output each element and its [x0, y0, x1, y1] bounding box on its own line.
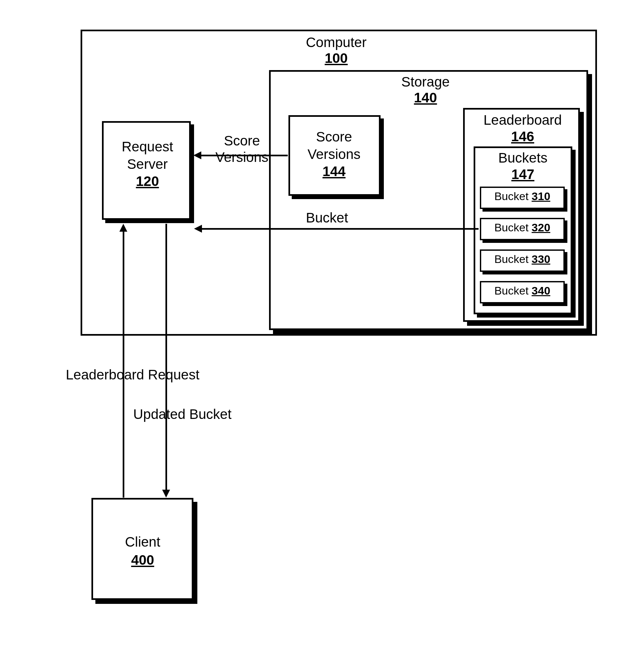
updated-bucket-head [162, 490, 170, 497]
leaderboard-request-label-text: Leaderboard Request [66, 367, 199, 382]
computer-num: 100 [325, 50, 348, 66]
score-versions-arrow-label: Score Versions [216, 132, 268, 166]
diagram-canvas: Computer 100 Storage 140 Request Server … [0, 0, 644, 671]
score-versions-arrow-label1: Score [224, 133, 260, 149]
request-server-label2: Server [127, 156, 168, 172]
client-label: Client 400 [125, 533, 160, 569]
leaderboard-request-head [119, 224, 127, 232]
client-num: 400 [131, 552, 154, 568]
score-versions-label1: Score [316, 129, 352, 144]
bucket-340-box: Bucket 340 [480, 281, 565, 303]
request-server-num: 120 [136, 174, 159, 189]
buckets-group-num: 147 [512, 166, 534, 182]
bucket-340-label: Bucket [494, 284, 529, 297]
bucket-arrow-head [194, 225, 202, 233]
bucket-arrow-label: Bucket [306, 210, 348, 226]
score-versions-arrow-label2: Versions [216, 149, 268, 165]
leaderboard-request-line [123, 231, 124, 497]
score-versions-arrow-head [193, 151, 201, 159]
bucket-310-label: Bucket [494, 190, 529, 202]
bucket-arrow-line [201, 228, 479, 230]
bucket-330-box: Bucket 330 [480, 250, 565, 272]
leaderboard-request-label: Leaderboard Request [66, 367, 199, 383]
bucket-310-box: Bucket 310 [480, 187, 565, 209]
buckets-group-label-text: Buckets [498, 150, 547, 166]
leaderboard-label-text: Leaderboard [484, 112, 562, 128]
request-server-label: Request Server 120 [122, 138, 173, 190]
updated-bucket-line [165, 224, 167, 490]
updated-bucket-label-text: Updated Bucket [133, 406, 232, 422]
updated-bucket-label: Updated Bucket [133, 406, 232, 422]
score-versions-num: 144 [323, 164, 346, 179]
bucket-320-label: Bucket [494, 221, 529, 233]
computer-label: Computer 100 [306, 35, 366, 66]
leaderboard-label: Leaderboard 146 [484, 112, 562, 145]
score-versions-label: Score Versions 144 [308, 128, 360, 180]
bucket-arrow-label-text: Bucket [306, 210, 348, 225]
score-versions-label2: Versions [308, 147, 360, 162]
bucket-320-num: 320 [531, 221, 550, 233]
bucket-320-box: Bucket 320 [480, 218, 565, 240]
storage-label-text: Storage [401, 74, 450, 89]
request-server-label1: Request [122, 139, 173, 154]
storage-num: 140 [414, 90, 437, 105]
computer-label-text: Computer [306, 35, 366, 50]
bucket-330-num: 330 [531, 253, 550, 265]
bucket-340-num: 340 [531, 284, 550, 297]
bucket-330-label: Bucket [494, 253, 529, 265]
client-label-text: Client [125, 534, 160, 549]
leaderboard-num: 146 [511, 129, 534, 144]
bucket-310-num: 310 [531, 190, 550, 202]
buckets-group-label: Buckets 147 [498, 150, 547, 183]
storage-label: Storage 140 [401, 74, 450, 106]
